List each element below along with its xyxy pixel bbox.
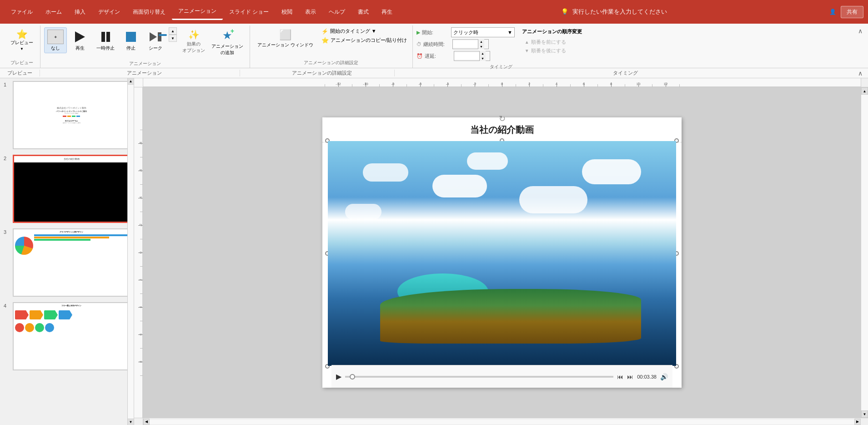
slide-item-4[interactable]: 4 フロー図と矢印デザイン (0, 299, 134, 373)
slide-number-3: 3 (4, 228, 10, 235)
delay-arrows: ▲ ▼ (479, 51, 486, 61)
order-up-button[interactable]: ▲ 順番を前にする (522, 38, 582, 46)
order-change-section: アニメーションの順序変更 ▲ 順番を前にする ▼ 順番を後にする (518, 27, 586, 55)
order-down-button[interactable]: ▼ 順番を後にする (522, 46, 582, 55)
donut-chart (15, 237, 33, 255)
bar2 (67, 116, 71, 117)
arrow1 (15, 310, 29, 319)
tab-animation[interactable]: アニメーション (172, 4, 223, 20)
video-skip-back-button[interactable]: ⏮ (617, 373, 623, 380)
effect-options-button[interactable]: ✨ 効果のオプション (181, 27, 207, 56)
ruler-vertical: -8-6-4-202468 (134, 87, 143, 418)
thumb4-circles (15, 323, 128, 332)
timing-content: ▶ 開始: クリック時 ▼ ⏱ 継続時間: ▲ ▼ (416, 25, 586, 63)
start-label: 開始: (422, 29, 449, 36)
animation-play-button[interactable]: 再生 (69, 27, 91, 53)
duration-up-arrow[interactable]: ▲ (478, 39, 484, 44)
scrollbar-up-btn[interactable]: ▲ (861, 87, 868, 95)
stop-icon (123, 30, 139, 44)
timing-button[interactable]: ⚡ 開始のタイミング ▼ (320, 27, 409, 35)
delay-up-arrow[interactable]: ▲ (479, 51, 486, 56)
duration-label: 継続時間: (423, 41, 451, 48)
delay-value[interactable] (454, 53, 479, 59)
slide-thumbnail-2[interactable]: 当社の紹介動画 (13, 155, 130, 223)
video-timeline-thumb[interactable] (350, 374, 355, 379)
tab-insert[interactable]: 挿入 (68, 5, 92, 20)
scroll-down-arrow[interactable]: ▼ (169, 35, 177, 42)
panel-scroll-down[interactable]: ▼ (128, 419, 134, 425)
circle2 (25, 323, 34, 332)
duration-value[interactable] (453, 41, 478, 47)
animation-window-button[interactable]: ⬜ アニメーション ウィンドウ (254, 27, 317, 50)
tab-format[interactable]: 書式 (351, 5, 375, 20)
scroll-up-arrow[interactable]: ▲ (169, 27, 177, 35)
scrollbar-down-btn[interactable]: ▼ (861, 410, 868, 418)
tab-home[interactable]: ホーム (39, 5, 68, 20)
ribbon-collapse-button[interactable]: ∧ (856, 27, 864, 35)
share-button[interactable]: 共有 (841, 6, 863, 18)
copy-animation-button[interactable]: ⭐ アニメーションのコピー/貼り付け (320, 36, 409, 44)
effect-options-label: 効果のオプション (182, 41, 205, 54)
start-play-icon: ▶ (416, 30, 420, 35)
cloud3 (363, 163, 408, 182)
thumb4-title: フロー図と矢印デザイン (15, 304, 128, 307)
preview-button[interactable]: ⭐ プレビュー ▼ (7, 27, 36, 53)
ribbon-label-collapse[interactable]: ∧ (856, 70, 864, 77)
video-skip-forward-button[interactable]: ⏭ (627, 373, 633, 380)
delay-down-arrow[interactable]: ▼ (479, 56, 486, 61)
video-volume-button[interactable]: 🔊 (660, 373, 668, 380)
thumb3-title: グラフデザインと表デザイン (15, 231, 128, 233)
play-icon (72, 30, 88, 44)
ruler-horizontal: -12-10-8-6-4-2024681012 (143, 78, 861, 87)
animation-window-label: アニメーション ウィンドウ (257, 42, 313, 48)
slide-number-2: 2 (4, 155, 10, 161)
tab-review[interactable]: 校閲 (275, 5, 299, 20)
tab-transition[interactable]: 画面切り替え (126, 5, 172, 20)
tab-view[interactable]: 表示 (299, 5, 322, 20)
effect-options-icon: ✨ (188, 29, 200, 40)
animation-pause-button[interactable]: 一時停止 (93, 27, 118, 53)
start-dropdown[interactable]: クリック時 ▼ (451, 27, 515, 37)
video-timeline[interactable] (345, 376, 613, 378)
slide-item-3[interactable]: 3 グラフデザインと表デザイン (0, 226, 134, 299)
title-right-area: 👤 共有 (829, 6, 863, 18)
panel-scroll-up[interactable]: ▲ (128, 78, 134, 85)
animation-none-button[interactable]: ✦ なし (44, 27, 67, 53)
delay-row: ⏰ 遅延: ▲ ▼ (416, 51, 515, 61)
animation-stop-button[interactable]: 停止 (120, 27, 142, 53)
duration-down-arrow[interactable]: ▼ (478, 44, 484, 49)
tab-playback[interactable]: 再生 (375, 5, 399, 20)
canvas-body: -8-6-4-202468 ↻ 当社の紹介動画 (134, 87, 868, 418)
h-scroll-right[interactable]: ▶ (854, 419, 861, 425)
duration-input[interactable]: ▲ ▼ (452, 39, 489, 49)
thumb1-bars (63, 116, 80, 117)
slide-canvas[interactable]: ↻ 当社の紹介動画 (322, 117, 682, 388)
tab-file[interactable]: ファイル (5, 5, 39, 20)
slide-thumbnail-1[interactable]: 株式会社パワーポイント製作 パワーポイントテンプレートのご案内 サブタイトルのご… (13, 81, 130, 149)
slide-thumbnail-3[interactable]: グラフデザインと表デザイン (13, 228, 130, 297)
island (380, 289, 642, 344)
tab-help[interactable]: ヘルプ (322, 5, 351, 20)
main-content: ▲ ▼ 1 株式会社パワーポイント製作 パワーポイントテンプレートのご案内 サブ… (0, 78, 868, 425)
chart-bar-2 (34, 237, 109, 238)
tab-design[interactable]: デザイン (92, 5, 126, 20)
video-play-button[interactable]: ▶ (336, 372, 341, 381)
slide-item-2[interactable]: 2 当社の紹介動画 (0, 152, 134, 226)
seek-icon (147, 30, 164, 44)
slide-item-1[interactable]: 1 株式会社パワーポイント製作 パワーポイントテンプレートのご案内 サブタイトル… (0, 78, 134, 152)
ribbon: ⭐ プレビュー ▼ プレビュー ✦ なし 再生 (0, 24, 868, 68)
arrow2 (30, 310, 43, 319)
slide-thumbnail-4[interactable]: フロー図と矢印デザイン (13, 302, 130, 370)
animation-add-button[interactable]: ★ + アニメーションの追加 (209, 27, 246, 58)
start-timing-row: ▶ 開始: クリック時 ▼ (416, 27, 515, 37)
h-scroll-left[interactable]: ◀ (143, 419, 150, 425)
animation-seek-button[interactable]: シーク (144, 27, 167, 53)
preview-group-label: プレビュー (7, 59, 36, 68)
tab-slideshow[interactable]: スライド ショー (223, 5, 275, 20)
ruler-top-row: -12-10-8-6-4-2024681012 (134, 78, 868, 87)
cloud1 (432, 175, 487, 197)
title-bar: ファイル ホーム 挿入 デザイン 画面切り替え アニメーション スライド ショー… (0, 0, 868, 24)
slide-number-1: 1 (4, 81, 10, 87)
start-value: クリック時 (453, 29, 478, 36)
delay-input[interactable]: ▲ ▼ (454, 51, 490, 61)
